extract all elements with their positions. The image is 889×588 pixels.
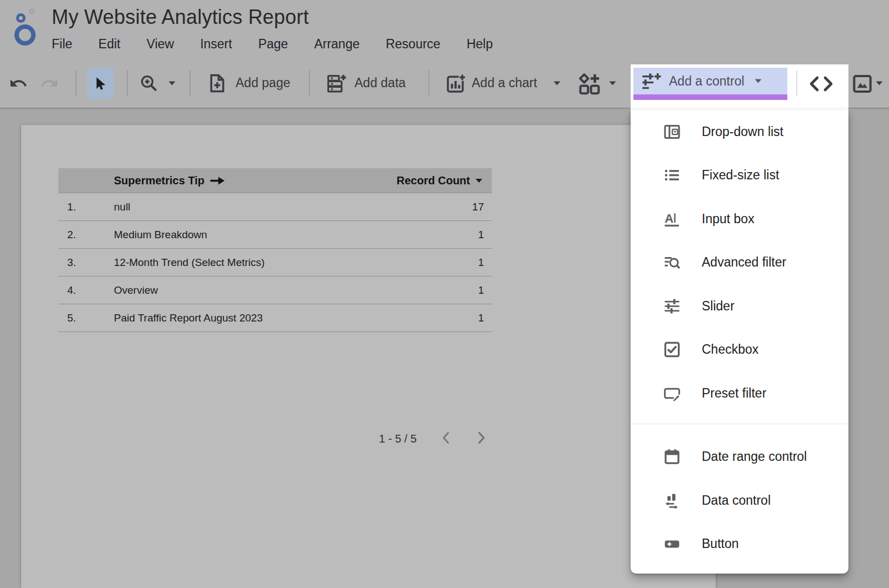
menu-item-label: Preset filter [702, 386, 766, 401]
report-title[interactable]: My Website Analytics Report [52, 6, 309, 29]
table-header-metric[interactable]: Record Count [397, 174, 470, 187]
image-menu-caret-icon[interactable] [876, 81, 883, 86]
menu-insert[interactable]: Insert [200, 37, 232, 52]
menu-item-checkbox[interactable]: Checkbox [631, 328, 848, 372]
row-dimension-value: Paid Traffic Report August 2023 [114, 312, 442, 324]
table-row[interactable]: 5. Paid Traffic Report August 2023 1 [58, 304, 492, 332]
menu-view[interactable]: View [147, 37, 174, 52]
redo-icon[interactable] [40, 74, 59, 93]
input-box-icon: A [662, 209, 682, 229]
table-row[interactable]: 3. 12-Month Trend (Select Metrics) 1 [58, 249, 492, 277]
menu-edit[interactable]: Edit [98, 37, 121, 52]
pagination-label: 1 - 5 / 5 [379, 433, 417, 445]
row-dimension-value: Medium Breakdown [114, 229, 442, 241]
row-index: 4. [58, 284, 114, 296]
menu-item-button[interactable]: Button [631, 522, 848, 566]
row-metric-value: 1 [442, 312, 492, 324]
menu-item-advanced-filter[interactable]: Advanced filter [631, 241, 848, 285]
menu-item-label: Date range control [702, 449, 807, 464]
menu-arrange[interactable]: Arrange [314, 37, 359, 52]
add-control-button[interactable]: Add a control [633, 68, 787, 100]
row-index: 2. [58, 229, 114, 241]
menu-file[interactable]: File [52, 37, 72, 52]
zoom-in-icon[interactable] [139, 73, 159, 93]
row-dimension-value: Overview [114, 284, 442, 296]
add-control-icon [640, 70, 662, 92]
menu-item-label: Drop-down list [702, 124, 783, 139]
add-chart-caret-icon[interactable] [553, 81, 561, 86]
looker-studio-logo[interactable] [10, 4, 44, 50]
menu-item-data-control[interactable]: Data control [631, 479, 848, 522]
checkbox-icon [662, 340, 682, 360]
menu-item-label: Button [702, 536, 739, 551]
menu-item-date-range-control[interactable]: Date range control [631, 435, 848, 479]
add-page-button[interactable]: Add page [236, 76, 290, 91]
row-dimension-value: null [114, 201, 442, 213]
preset-filter-icon [662, 383, 682, 403]
community-visualizations-icon[interactable] [577, 71, 602, 97]
toolbar-separator [309, 70, 310, 97]
add-data-icon[interactable] [326, 73, 347, 94]
looker-studio-window: My Website Analytics Report File Edit Vi… [0, 0, 889, 588]
table-header-row: Supermetrics Tip Record Count [58, 168, 492, 193]
menu-item-fixed-size-list[interactable]: Fixed-size list [631, 154, 848, 198]
fixed-size-list-icon [662, 165, 682, 185]
zoom-menu-caret-icon[interactable] [168, 81, 176, 86]
cursor-icon [93, 76, 108, 91]
table-header-dimension[interactable]: Supermetrics Tip [114, 174, 204, 187]
toolbar: Add page Add data [0, 59, 889, 109]
select-tool-button[interactable] [87, 68, 113, 99]
community-visualizations-caret-icon[interactable] [609, 81, 616, 86]
add-control-caret-icon [755, 79, 762, 83]
add-page-icon[interactable] [207, 73, 228, 94]
menu-item-label: Input box [702, 212, 755, 227]
sort-desc-caret-icon[interactable] [475, 178, 483, 183]
toolbar-separator [189, 70, 191, 97]
menu-item-label: Slider [702, 299, 735, 314]
row-metric-value: 1 [442, 257, 492, 269]
row-index: 1. [58, 201, 114, 213]
menu-help[interactable]: Help [467, 37, 493, 52]
logo-ring-medium [16, 13, 26, 23]
toolbar-separator [796, 71, 797, 96]
table-row[interactable]: 1. null 17 [58, 193, 492, 221]
menu-item-slider[interactable]: Slider [631, 284, 848, 328]
undo-icon[interactable] [9, 74, 28, 93]
code-icon[interactable] [807, 74, 836, 94]
toolbar-separator [76, 70, 77, 97]
svg-text:A: A [665, 212, 673, 225]
data-table[interactable]: Supermetrics Tip Record Count [58, 168, 492, 332]
add-chart-button[interactable]: Add a chart [472, 76, 537, 91]
menu-bar: File Edit View Insert Page Arrange Resou… [52, 37, 493, 52]
menu-item-input-box[interactable]: A Input box [631, 197, 848, 241]
row-dimension-value: 12-Month Trend (Select Metrics) [114, 257, 442, 269]
menu-item-label: Fixed-size list [702, 168, 779, 183]
row-metric-value: 1 [442, 284, 492, 296]
row-metric-value: 1 [442, 229, 492, 241]
button-icon [662, 534, 682, 554]
menu-item-label: Data control [702, 493, 771, 508]
app-header: My Website Analytics Report File Edit Vi… [0, 0, 889, 59]
row-index: 5. [58, 312, 114, 324]
data-control-icon [662, 490, 682, 510]
date-range-icon [662, 447, 682, 467]
menu-item-preset-filter[interactable]: Preset filter [631, 371, 848, 415]
image-icon[interactable] [851, 73, 873, 95]
menu-page[interactable]: Page [258, 37, 288, 52]
menu-resource[interactable]: Resource [386, 37, 440, 52]
slider-icon [662, 296, 682, 316]
report-page: Supermetrics Tip Record Count [21, 125, 716, 588]
add-data-button[interactable]: Add data [354, 76, 406, 91]
table-row[interactable]: 2. Medium Breakdown 1 [58, 221, 492, 249]
advanced-filter-icon [662, 253, 682, 273]
add-chart-icon[interactable] [445, 73, 466, 94]
menu-item-label: Advanced filter [702, 255, 786, 270]
chevron-right-icon[interactable] [475, 430, 487, 445]
chevron-left-icon[interactable] [440, 430, 452, 445]
menu-item-label: Checkbox [702, 342, 758, 357]
logo-ring-small [29, 9, 34, 14]
table-row[interactable]: 4. Overview 1 [58, 277, 492, 304]
right-arrow-icon [210, 176, 226, 185]
logo-ring-large [14, 24, 36, 46]
menu-item-drop-down-list[interactable]: Drop-down list [631, 110, 848, 154]
